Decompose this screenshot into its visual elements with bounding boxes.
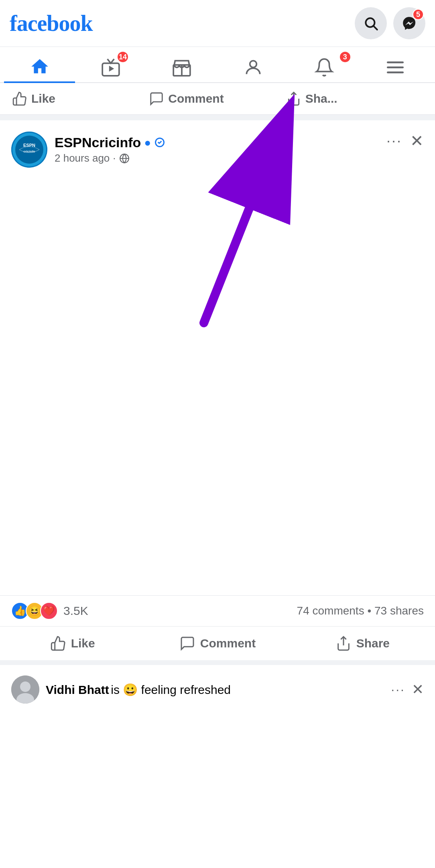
bottom-user-name: Vidhi Bhatt <box>46 683 109 696</box>
nav-marketplace[interactable] <box>146 47 218 82</box>
avatar[interactable]: ESPN cricinfo <box>11 132 47 168</box>
bottom-more-button[interactable]: ··· <box>391 682 405 697</box>
watch-badge: 14 <box>117 51 129 63</box>
partial-like-label: Like <box>31 92 55 105</box>
like-label: Like <box>71 637 95 650</box>
bottom-post-actions: ··· ✕ <box>391 681 424 698</box>
more-options-button[interactable]: ··· <box>386 132 402 149</box>
love-emoji: ❤️ <box>40 602 58 620</box>
nav-home[interactable] <box>4 48 75 83</box>
notifications-badge: 3 <box>339 51 351 63</box>
bottom-post-text: Vidhi Bhatt is 😀 feeling refreshed <box>46 683 231 697</box>
post-author-details: ESPNcricinfo ● 2 hours ago · <box>55 135 165 164</box>
close-post-button[interactable]: ✕ <box>410 132 424 150</box>
header-icons: 5 <box>355 7 425 39</box>
nav-notifications[interactable]: 3 <box>289 47 360 82</box>
comment-label: Comment <box>200 637 256 650</box>
app-header: facebook 5 <box>0 0 435 47</box>
section-separator <box>0 115 435 120</box>
share-label: Share <box>356 637 390 650</box>
comment-button[interactable]: Comment <box>145 628 290 659</box>
facebook-logo: facebook <box>10 10 93 36</box>
bottom-partial-post: Vidhi Bhatt is 😀 feeling refreshed ··· ✕ <box>0 660 435 714</box>
post-author-info: ESPN cricinfo ESPNcricinfo ● <box>11 132 165 168</box>
svg-point-6 <box>250 61 256 67</box>
partial-share-button[interactable]: Sha... <box>286 87 423 110</box>
bottom-user-avatar <box>11 675 39 704</box>
like-button[interactable]: Like <box>0 628 145 659</box>
post-content <box>0 174 435 595</box>
reaction-count: 3.5K <box>63 604 88 618</box>
reactions-bar: 👍 😆 ❤️ 3.5K 74 comments • 73 shares <box>0 595 435 626</box>
author-name-row: ESPNcricinfo ● <box>55 135 165 150</box>
bottom-chevron-icon[interactable]: ✕ <box>412 681 424 698</box>
reactions-right: 74 comments • 73 shares <box>297 604 424 617</box>
partial-share-label: Sha... <box>305 92 337 105</box>
action-bar: Like Comment Share <box>0 626 435 660</box>
bottom-action-text: is 😀 feeling refreshed <box>111 683 231 696</box>
nav-profile[interactable] <box>218 47 289 82</box>
svg-line-1 <box>374 26 377 30</box>
nav-menu[interactable] <box>360 47 431 82</box>
share-button[interactable]: Share <box>290 628 435 659</box>
comments-count[interactable]: 74 comments <box>297 604 364 617</box>
navigation-bar: 14 3 <box>0 47 435 83</box>
search-button[interactable] <box>355 7 387 39</box>
verified-icon: ● <box>144 136 165 149</box>
nav-watch[interactable]: 14 <box>75 47 146 82</box>
svg-marker-3 <box>109 66 114 72</box>
post-time: 2 hours ago · <box>55 152 165 164</box>
messenger-button[interactable]: 5 <box>393 7 425 39</box>
partial-like-button[interactable]: Like <box>12 87 149 110</box>
globe-icon <box>119 153 130 164</box>
reactions-left: 👍 😆 ❤️ 3.5K <box>11 602 88 620</box>
partial-comment-button[interactable]: Comment <box>149 87 286 110</box>
svg-point-19 <box>20 681 30 692</box>
post-card: ESPN cricinfo ESPNcricinfo ● <box>0 120 435 660</box>
bottom-partial-left: Vidhi Bhatt is 😀 feeling refreshed <box>11 675 231 704</box>
post-header: ESPN cricinfo ESPNcricinfo ● <box>0 120 435 174</box>
partial-comment-label: Comment <box>168 92 224 105</box>
partial-action-bar: Like Comment Sha... <box>0 83 435 115</box>
reaction-emoji-stack: 👍 😆 ❤️ <box>11 602 58 620</box>
post-header-actions: ··· ✕ <box>386 132 424 150</box>
shares-count[interactable]: 73 shares <box>374 604 424 617</box>
author-name[interactable]: ESPNcricinfo <box>55 135 141 150</box>
messenger-badge: 5 <box>413 9 424 20</box>
